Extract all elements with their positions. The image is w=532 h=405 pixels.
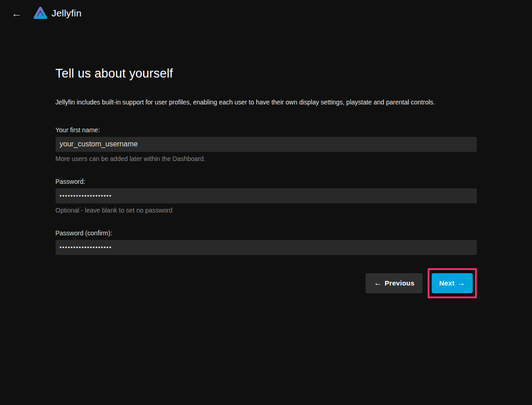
password-label: Password:: [56, 178, 477, 185]
username-label: Your first name:: [56, 126, 477, 134]
page-description: Jellyfin includes built-in support for u…: [56, 98, 477, 107]
password-input[interactable]: [56, 188, 477, 203]
back-button[interactable]: ←: [8, 5, 25, 21]
wizard-button-row: ← Previous Next →: [56, 268, 477, 298]
app-header: ← Jellyfin: [0, 0, 532, 26]
highlight-annotation-box: Next →: [428, 268, 476, 298]
arrow-left-icon: ←: [374, 279, 382, 288]
password-confirm-field-group: Password (confirm):: [56, 229, 477, 255]
arrow-back-icon: ←: [11, 7, 22, 20]
username-input[interactable]: [56, 137, 477, 152]
brand: Jellyfin: [33, 6, 82, 21]
password-helper-text: Optional - leave blank to set no passwor…: [56, 207, 477, 214]
next-button[interactable]: Next →: [432, 273, 472, 293]
previous-button[interactable]: ← Previous: [366, 273, 423, 293]
password-confirm-input[interactable]: [56, 240, 477, 255]
wizard-user-page: Tell us about yourself Jellyfin includes…: [56, 26, 477, 298]
next-button-label: Next: [439, 279, 455, 287]
username-helper-text: More users can be added later within the…: [56, 155, 477, 162]
username-field-group: Your first name: More users can be added…: [56, 126, 477, 162]
jellyfin-logo-icon: [33, 6, 48, 21]
password-field-group: Password: Optional - leave blank to set …: [56, 178, 477, 214]
previous-button-label: Previous: [385, 279, 415, 287]
password-confirm-label: Password (confirm):: [56, 229, 477, 237]
app-title: Jellyfin: [52, 8, 82, 19]
page-title: Tell us about yourself: [56, 67, 477, 81]
arrow-right-icon: →: [457, 279, 465, 288]
